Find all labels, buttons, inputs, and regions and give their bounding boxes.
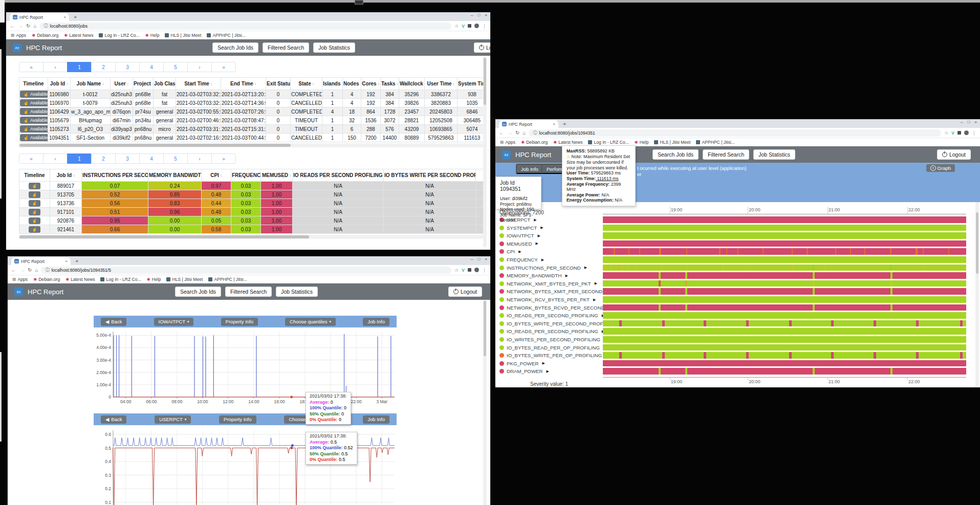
timeline-button[interactable]: ☝ (29, 217, 41, 224)
browser-menu-icon[interactable]: ⋮ (972, 130, 976, 136)
metric-timeline-bar[interactable] (603, 216, 966, 223)
bookmark-item[interactable]: ◉Latest News (64, 33, 93, 38)
job-statistics-button[interactable]: Job Statistics (753, 149, 795, 160)
sort-icon[interactable]: ↕ (254, 82, 256, 86)
forward-icon[interactable]: → (18, 23, 23, 29)
pagination-page-5[interactable]: 5 (163, 153, 188, 164)
metric-list-item[interactable]: MEMUSED▶ (499, 240, 538, 247)
extensions-icon[interactable] (468, 268, 471, 272)
column-header[interactable]: IO BYTES WRITE PER SECOND PROFILING↕ (384, 169, 476, 182)
metric-timeline-bar[interactable] (603, 312, 966, 319)
metric-list-item[interactable]: NETWORK_XMIT_BYTES_PER_PKT▶ (499, 280, 597, 287)
sort-icon[interactable]: ↕ (289, 173, 291, 178)
back-icon[interactable]: ← (499, 130, 504, 136)
bookmark-star-icon[interactable]: ☆ (454, 24, 459, 29)
browser-tab[interactable]: lrzHPC Report× (10, 13, 69, 21)
pagination-page-4[interactable]: 4 (139, 153, 164, 164)
scrollbar-thumb[interactable] (19, 144, 291, 147)
profile-avatar-icon[interactable] (964, 130, 969, 135)
sort-icon[interactable]: ↕ (73, 173, 75, 178)
metric-list-item[interactable]: IO_BYTES_READ_PER_OP_PROFILING▶ (499, 344, 606, 351)
column-header[interactable]: User↕ (111, 78, 133, 90)
column-header[interactable]: State↕ (291, 78, 322, 90)
back-button[interactable]: ◀Back (101, 415, 126, 424)
pagination-prev[interactable]: ‹ (43, 62, 68, 72)
bookmark-item[interactable]: APPHPC | Jitsi... (207, 33, 245, 38)
timeline-available-button[interactable]: ☝Available (20, 134, 48, 141)
close-icon[interactable]: × (974, 120, 977, 124)
choose-quantiles-select[interactable]: Choose quantiles▾ (285, 318, 336, 326)
sort-icon[interactable]: ↕ (220, 173, 222, 178)
bookmark-item[interactable]: HLS | Jitsi Meet (165, 33, 201, 38)
column-header[interactable]: Exit Status↕ (266, 78, 291, 90)
tab-close-icon[interactable]: × (65, 259, 68, 264)
metric-list-item[interactable]: IOWAITPCT▶ (499, 232, 540, 239)
logout-button[interactable]: Logout (937, 149, 971, 160)
bookmark-star-icon[interactable]: ☆ (454, 268, 459, 273)
filtered-search-button[interactable]: Filtered Search (225, 287, 272, 297)
bookmark-item[interactable]: ◉Debian.org (521, 140, 548, 145)
column-header[interactable]: Project↕ (133, 78, 154, 90)
sort-icon[interactable]: ↕ (102, 82, 104, 86)
timeline-button[interactable]: ☝ (29, 226, 41, 233)
filtered-search-button[interactable]: Filtered Search (703, 149, 749, 160)
new-tab-button[interactable]: + (75, 257, 78, 265)
column-header[interactable]: IO READS PER SECOND PROFILING↕ (293, 169, 384, 182)
logout-button[interactable]: Logout (474, 42, 490, 53)
horizontal-scrollbar[interactable] (19, 143, 486, 147)
home-icon[interactable]: ⌂ (35, 267, 38, 273)
metric-timeline-bar[interactable] (603, 344, 966, 351)
column-header[interactable]: Islands↕ (322, 78, 343, 90)
metric-timeline-bar[interactable] (603, 304, 966, 311)
bookmark-item[interactable]: ◉Latest News (553, 140, 582, 145)
metric-timeline-bar[interactable] (603, 280, 966, 287)
address-bar[interactable]: ⓘlocalhost:8080/jobs/1094351/5 (41, 267, 451, 274)
bookmark-item[interactable]: ◉Debian.org (33, 277, 60, 282)
sort-icon[interactable]: ↕ (397, 82, 399, 86)
bookmark-item[interactable]: ▦Apps (12, 277, 28, 282)
metric-timeline-bar[interactable] (603, 256, 966, 263)
page-info-icon[interactable]: ⓘ (45, 267, 49, 273)
back-button[interactable]: ◀Back (101, 318, 126, 326)
extensions-icon[interactable] (468, 24, 471, 28)
metric-timeline-bar[interactable] (603, 272, 966, 279)
metric-list-item[interactable]: PKG_POWER▶ (499, 360, 545, 367)
timeline-available-button[interactable]: ☝Available (20, 99, 48, 106)
metric-timeline-bar[interactable] (603, 240, 966, 247)
bookmark-item[interactable]: Log In - LRZ Co... (99, 33, 139, 38)
back-icon[interactable]: ← (11, 267, 16, 273)
pagination-last[interactable]: » (211, 62, 236, 72)
expand-arrow-icon[interactable]: ▶ (541, 258, 544, 262)
column-header[interactable]: System Time↕ (458, 78, 487, 90)
iowaitpct-chart[interactable]: 01.00e-42.00e-43.00e-44.00e-45.00e-404:0… (94, 328, 401, 413)
job-statistics-button[interactable]: Job Statistics (276, 287, 318, 297)
window-controls[interactable]: –□× (961, 120, 977, 124)
forward-icon[interactable]: → (19, 267, 25, 273)
expand-arrow-icon[interactable]: ▶ (565, 274, 568, 278)
pagination-next[interactable]: › (187, 153, 212, 164)
vertical-scrollbar[interactable] (975, 202, 979, 387)
metric-timeline-bar[interactable] (603, 352, 966, 359)
logout-button[interactable]: Logout (448, 287, 482, 297)
close-icon[interactable]: × (485, 13, 487, 17)
sort-icon[interactable]: ↕ (127, 82, 129, 86)
vertical-scrollbar[interactable] (483, 300, 487, 505)
column-header[interactable]: Start Time↕ (176, 78, 221, 90)
vertical-scrollbar[interactable] (483, 57, 487, 247)
metric-list-item[interactable]: CPI▶ (499, 248, 521, 255)
scrollbar-thumb[interactable] (484, 58, 486, 105)
close-icon[interactable]: × (485, 257, 487, 261)
column-header[interactable]: Job Class↕ (154, 78, 176, 90)
pagination-page-3[interactable]: 3 (115, 153, 140, 164)
metric-timeline-bar[interactable] (603, 265, 966, 271)
metric-timeline-bar[interactable] (603, 336, 966, 343)
timeline-available-button[interactable]: ☝Available (20, 91, 48, 98)
browser-tab[interactable]: lrzHPC Report× (11, 257, 71, 265)
metric-list-item[interactable]: NETWORK_RCV_BYTES_PER_PKT▶ (499, 296, 596, 303)
window-controls[interactable]: –□× (471, 257, 487, 261)
column-header[interactable]: Wallclock↕ (399, 78, 425, 90)
pagination-page-3[interactable]: 3 (115, 62, 140, 72)
address-bar[interactable]: ⓘlocalhost:8080/jobs/1094351 (529, 129, 941, 137)
sort-icon[interactable]: ↕ (210, 82, 212, 86)
metric-timeline-bar[interactable] (603, 360, 966, 367)
